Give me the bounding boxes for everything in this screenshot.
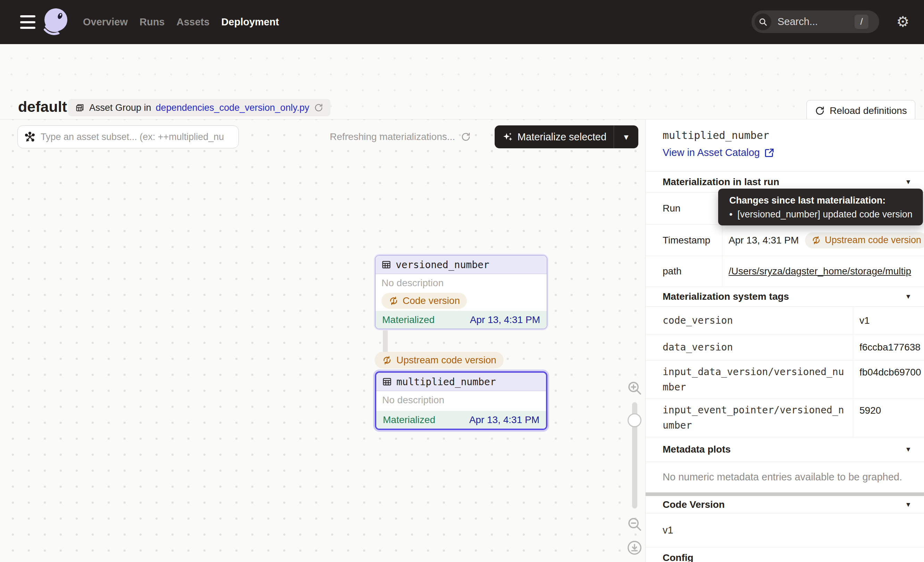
path-link[interactable]: /Users/sryza/dagster_home/storage/multip (729, 266, 911, 277)
tag-key: data_version (646, 335, 853, 360)
zoom-in-icon[interactable] (627, 380, 642, 396)
materialized-time[interactable]: Apr 13, 4:31 PM (469, 415, 539, 425)
tag-key: input_event_pointer/versioned_number (646, 399, 853, 437)
tooltip-title: Changes since last materialization: (729, 195, 923, 206)
section-config: Config (646, 547, 924, 562)
asset-subset-field[interactable] (40, 132, 232, 143)
asset-name: multiplied_number (396, 376, 496, 388)
asset-description: No description (381, 278, 541, 289)
view-in-asset-catalog-link[interactable]: View in Asset Catalog (663, 147, 774, 158)
hamburger-menu-icon[interactable] (20, 15, 35, 29)
collapse-caret-icon[interactable]: ▼ (905, 293, 912, 301)
node-status-bar: Materialized Apr 13, 4:31 PM (376, 311, 547, 329)
asset-subset-input[interactable] (17, 125, 239, 148)
node-body: No description (376, 391, 546, 411)
materialize-selected-button[interactable]: Materialize selected ▾ (495, 125, 638, 148)
tag-value: v1 (853, 307, 924, 334)
download-view-icon[interactable] (627, 540, 642, 556)
top-nav-bar: Overview Runs Assets Deployment Search..… (0, 0, 924, 44)
global-search[interactable]: Search... / (752, 11, 879, 33)
table-icon (381, 260, 391, 269)
upstream-code-version-badge: Upstream code version (375, 352, 504, 368)
collapse-caret-icon[interactable]: ▼ (905, 178, 912, 186)
asset-name: versioned_number (396, 259, 489, 270)
asset-group-badge: Asset Group in dependencies_code_version… (68, 99, 330, 116)
upstream-code-version-pill[interactable]: Upstream code version (805, 232, 924, 248)
run-row-label: Run (646, 192, 722, 224)
nav-item-assets[interactable]: Assets (176, 17, 209, 28)
selected-asset-name: multiplied_number (663, 129, 924, 141)
asset-group-icon (75, 103, 85, 113)
tag-row-data-version: data_version f6ccba177638 (646, 335, 924, 361)
section-title: Code Version (663, 499, 725, 510)
cycle-alert-icon (382, 355, 392, 365)
tag-row-input-event-pointer: input_event_pointer/versioned_number 592… (646, 399, 924, 437)
asset-node-versioned-number[interactable]: versioned_number No description Code ver… (375, 255, 548, 329)
asset-description: No description (382, 395, 540, 406)
reload-icon (814, 105, 825, 116)
nav-item-runs[interactable]: Runs (140, 17, 165, 28)
tag-key: input_data_version/versioned_number (646, 361, 853, 398)
tag-key: code_version (646, 307, 853, 334)
refresh-icon[interactable] (460, 132, 471, 142)
settings-gear-icon[interactable]: ⚙ (895, 14, 911, 30)
section-code-version: Code Version ▼ (646, 496, 924, 513)
node-status-bar: Materialized Apr 13, 4:31 PM (376, 411, 546, 428)
zoom-slider-handle[interactable] (628, 413, 642, 427)
refreshing-label: Refreshing materializations... (330, 131, 455, 143)
search-icon (754, 14, 771, 30)
panel-header: multiplied_number View in Asset Catalog (646, 119, 924, 171)
code-version-value: v1 (646, 513, 924, 547)
section-system-tags: Materialization system tags ▼ (646, 287, 924, 307)
panel-splitter[interactable] (646, 493, 924, 496)
tag-value: fb04dcb69700 (853, 361, 924, 398)
node-header: versioned_number (376, 255, 547, 274)
asset-group-file-link[interactable]: dependencies_code_version_only.py (156, 102, 309, 113)
node-body: No description Code version (376, 274, 547, 311)
asset-graph-icon (24, 131, 36, 143)
search-placeholder: Search... (777, 16, 818, 27)
tag-value: f6ccba177638 (853, 335, 924, 360)
zoom-out-icon[interactable] (627, 516, 642, 532)
materialize-label: Materialize selected (518, 131, 606, 143)
asset-lineage-graph[interactable]: Refreshing materializations... Materiali… (0, 119, 645, 562)
asset-group-prefix: Asset Group in (89, 102, 152, 113)
collapse-caret-icon[interactable]: ▼ (905, 501, 912, 508)
dagster-logo[interactable] (40, 7, 70, 37)
search-shortcut-key: / (855, 15, 868, 29)
upstream-pill-label: Upstream code version (825, 235, 921, 246)
section-title: Materialization system tags (663, 291, 789, 302)
page-header: default Asset Group in dependencies_code… (0, 44, 924, 119)
path-row: path /Users/sryza/dagster_home/storage/m… (646, 256, 924, 287)
tag-row-input-data-version: input_data_version/versioned_number fb04… (646, 361, 924, 399)
section-title: Materialization in last run (663, 176, 779, 188)
table-icon (382, 377, 392, 386)
section-metadata-plots: Metadata plots ▼ (646, 437, 924, 462)
materialized-time[interactable]: Apr 13, 4:31 PM (470, 314, 540, 326)
tag-value: 5920 (853, 399, 924, 437)
catalog-link-label: View in Asset Catalog (663, 147, 760, 158)
timestamp-value: Apr 13, 4:31 PM (729, 235, 799, 246)
changes-tooltip: Changes since last materialization: • [v… (718, 189, 923, 225)
tag-row-code-version: code_version v1 (646, 307, 924, 335)
upstream-code-version-label: Upstream code version (396, 355, 496, 366)
materialize-dropdown-caret[interactable]: ▾ (614, 125, 638, 148)
asset-node-multiplied-number[interactable]: multiplied_number No description Materia… (375, 371, 548, 430)
nav-item-overview[interactable]: Overview (83, 17, 128, 28)
node-header: multiplied_number (376, 373, 546, 391)
reload-definitions-button[interactable]: Reload definitions (806, 100, 915, 121)
collapse-caret-icon[interactable]: ▼ (905, 446, 912, 453)
primary-nav: Overview Runs Assets Deployment (83, 0, 279, 44)
materialized-status: Materialized (382, 314, 435, 326)
timestamp-row-label: Timestamp (646, 225, 722, 255)
section-title: Metadata plots (663, 444, 730, 455)
refresh-status: Refreshing materializations... (330, 125, 471, 148)
refresh-icon[interactable] (314, 103, 324, 113)
code-version-tag[interactable]: Code version (381, 293, 467, 309)
path-row-label: path (646, 256, 722, 287)
graph-zoom-toolbar (624, 380, 645, 556)
materialized-status: Materialized (383, 415, 435, 425)
tooltip-item: [versioned_number] updated code version (737, 209, 912, 220)
nav-item-deployment[interactable]: Deployment (222, 17, 279, 28)
sparkle-icon (502, 131, 513, 143)
